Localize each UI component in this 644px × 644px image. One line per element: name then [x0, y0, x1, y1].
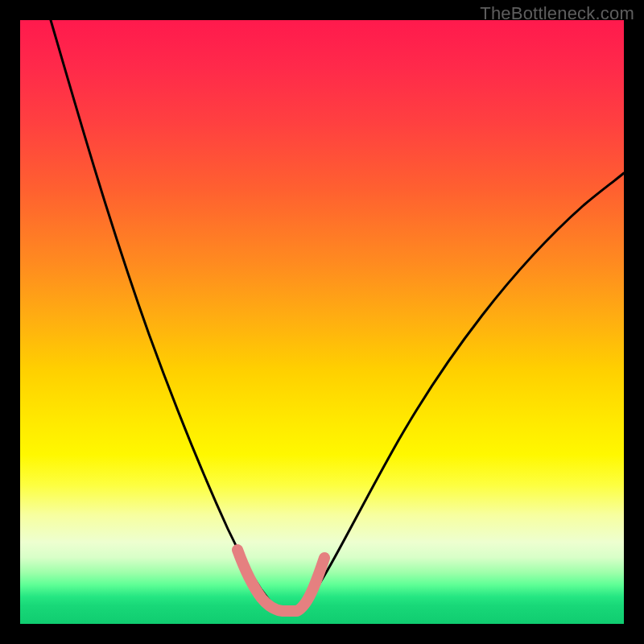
plot-area: [20, 20, 624, 624]
curve-left-branch: [51, 20, 271, 603]
optimal-zone-highlight: [237, 550, 324, 611]
watermark-text: TheBottleneck.com: [480, 3, 634, 24]
curve-right-branch: [271, 173, 624, 609]
outer-frame: TheBottleneck.com: [0, 0, 644, 644]
curve-layer: [20, 20, 624, 624]
